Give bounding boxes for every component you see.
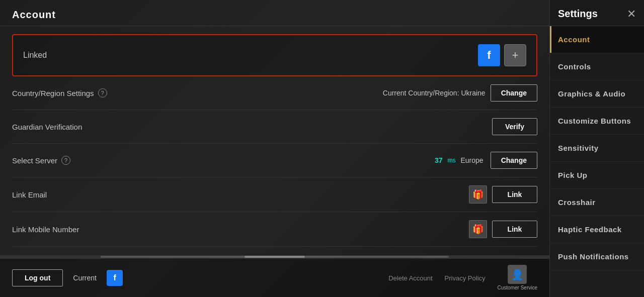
sidebar-item-push-notifications[interactable]: Push Notifications [550,243,644,270]
link-mobile-row: Link Mobile Number 🎁 Link [12,212,537,247]
server-ms-unit: ms [448,157,456,164]
link-email-right: 🎁 Link [469,185,537,204]
server-change-button[interactable]: Change [491,152,537,169]
privacy-policy-link[interactable]: Privacy Policy [445,274,486,282]
sidebar-item-controls[interactable]: Controls [550,53,644,80]
link-email-row: Link Email 🎁 Link [12,177,537,212]
current-fb-icon: f [107,270,123,286]
footer-links: Delete Account Privacy Policy 👤 Customer… [388,265,537,291]
link-email-label: Link Email [12,190,47,199]
server-row: Select Server ? 37 ms Europe Change [12,144,537,177]
linked-section: Linked f + [12,34,537,76]
link-mobile-left: Link Mobile Number [12,225,79,234]
logout-button[interactable]: Log out [12,269,63,286]
sidebar-item-crosshair[interactable]: Crosshair [550,189,644,216]
add-link-icon[interactable]: + [504,44,526,66]
sidebar-item-pick-up[interactable]: Pick Up [550,162,644,189]
link-mobile-right: 🎁 Link [469,220,537,238]
server-ms-value: 37 [435,156,443,164]
link-mobile-button[interactable]: Link [492,221,537,238]
link-mobile-gift-icon: 🎁 [469,220,487,238]
link-email-left: Link Email [12,190,47,199]
server-label: Select Server [12,156,57,165]
guardian-right: Verify [492,118,537,135]
link-mobile-label: Link Mobile Number [12,225,79,234]
facebook-linked-icon[interactable]: f [478,44,500,66]
customer-service-icon: 👤 [508,265,527,284]
guardian-left: Guardian Verification [12,123,82,131]
scrollbar-track [101,256,449,258]
country-region-row: Country/Region Settings ? Current Countr… [12,76,537,110]
linked-label: Linked [23,51,47,60]
server-right: 37 ms Europe Change [435,152,537,169]
country-region-label: Country/Region Settings [12,89,94,97]
sidebar-item-haptic-feedback[interactable]: Haptic Feedback [550,216,644,243]
sidebar-item-customize-buttons[interactable]: Customize Buttons [550,108,644,135]
linked-icons: f + [478,44,526,66]
customer-service-label: Customer Service [498,285,537,291]
server-name: Europe [461,156,484,164]
sidebar: Settings ✕ AccountControlsGraphics & Aud… [549,0,644,297]
sidebar-title: Settings [558,8,598,20]
content-body: Linked f + Country/Region Settings ? Cur… [0,26,549,255]
country-region-left: Country/Region Settings ? [12,88,107,97]
main-footer: Log out Current f Delete Account Privacy… [0,258,549,297]
country-region-right: Current Country/Region: Ukraine Change [383,84,537,102]
sidebar-header: Settings ✕ [550,0,644,26]
main-header: Account [0,0,549,26]
current-country-text: Current Country/Region: Ukraine [383,89,486,97]
page-title: Account [12,9,537,21]
login-protection-section: Login Protection Settings [12,247,537,255]
current-label: Current [73,274,97,282]
sidebar-nav: AccountControlsGraphics & AudioCustomize… [550,26,644,297]
sidebar-item-sensitivity[interactable]: Sensitivity [550,135,644,162]
guardian-verify-button[interactable]: Verify [492,118,537,135]
country-region-help-icon[interactable]: ? [98,88,107,97]
server-help-icon[interactable]: ? [61,156,70,165]
scrollbar-thumb[interactable] [245,256,305,258]
customer-service-button[interactable]: 👤 Customer Service [498,265,537,291]
guardian-label: Guardian Verification [12,123,82,131]
main-content: Account Linked f + Country/Region Settin… [0,0,549,297]
sidebar-item-graphics-audio[interactable]: Graphics & Audio [550,80,644,108]
sidebar-item-account[interactable]: Account [550,26,644,53]
guardian-row: Guardian Verification Verify [12,110,537,144]
delete-account-link[interactable]: Delete Account [388,274,432,282]
link-email-button[interactable]: Link [492,186,537,203]
server-left: Select Server ? [12,156,70,165]
country-change-button[interactable]: Change [491,84,537,102]
link-email-gift-icon: 🎁 [469,185,487,204]
close-button[interactable]: ✕ [627,9,636,20]
